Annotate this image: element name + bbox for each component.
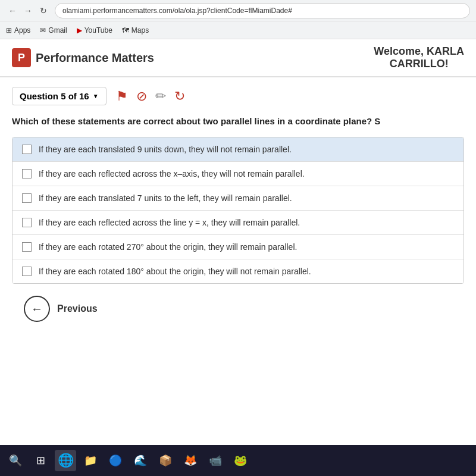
youtube-icon: ▶ — [77, 26, 82, 35]
question-nav-bar: Question 5 of 16 ⚑ ⊘ ✏ ↻ — [12, 87, 464, 105]
answer-item[interactable]: If they are each reflected across the li… — [12, 211, 464, 235]
logo-icon: P — [12, 48, 31, 67]
answer-text: If they are each reflected across the li… — [39, 218, 300, 227]
answer-text: If they are each reflected across the x–… — [39, 169, 305, 178]
previous-button[interactable]: ← — [24, 296, 50, 322]
browser-nav: ← → ↻ — [6, 4, 50, 17]
taskbar-store-icon[interactable]: 📦 — [155, 450, 176, 471]
site-header: P Performance Matters Welcome, KARLA CAR… — [0, 39, 476, 77]
address-bar[interactable]: olamiami.performancematters.com/ola/ola.… — [55, 3, 470, 18]
pencil-icon[interactable]: ✏ — [155, 89, 166, 104]
answer-text: If they are each rotated 180° about the … — [39, 267, 311, 276]
answer-checkbox[interactable] — [22, 267, 32, 276]
question-selector-label: Question 5 of 16 — [20, 91, 89, 101]
youtube-label: YouTube — [84, 26, 112, 35]
answer-text: If they are each translated 7 units to t… — [39, 193, 292, 203]
bottom-nav: ← Previous — [12, 284, 464, 334]
taskbar-video-icon[interactable]: 📹 — [205, 450, 226, 471]
taskbar-other-icon[interactable]: 🐸 — [230, 450, 251, 471]
url-text: olamiami.performancematters.com/ola/ola.… — [62, 7, 292, 15]
bookmark-apps[interactable]: ⊞ Apps — [6, 26, 30, 35]
back-button[interactable]: ← — [6, 4, 19, 17]
taskbar-edge2-icon[interactable]: 🌊 — [130, 450, 151, 471]
maps-icon: 🗺 — [122, 26, 129, 35]
answers-list: If they are each translated 9 units down… — [12, 137, 464, 284]
answer-item[interactable]: If they are each reflected across the x–… — [12, 162, 464, 186]
taskbar-firefox-icon[interactable]: 🦊 — [180, 450, 201, 471]
logo-area: P Performance Matters — [12, 48, 154, 67]
bookmark-maps[interactable]: 🗺 Maps — [122, 26, 149, 35]
welcome-text: Welcome, KARLA CARRILLO! — [374, 45, 464, 70]
taskbar: 🔍 ⊞ 🌐 📁 🔵 🌊 📦 🦊 📹 🐸 — [0, 445, 476, 476]
answer-item[interactable]: If they are each translated 7 units to t… — [12, 186, 464, 211]
maps-label: Maps — [131, 26, 149, 35]
flag-icon[interactable]: ⚑ — [116, 89, 128, 104]
gmail-label: Gmail — [48, 26, 67, 35]
answer-checkbox[interactable] — [22, 145, 32, 154]
answer-text: If they are each translated 9 units down… — [39, 145, 292, 154]
apps-label: Apps — [14, 26, 30, 35]
taskbar-edge-icon[interactable]: 🌐 — [55, 450, 76, 471]
reload-button[interactable]: ↻ — [37, 4, 50, 17]
answer-item[interactable]: If they are each rotated 270° about the … — [12, 235, 464, 259]
main-page: P Performance Matters Welcome, KARLA CAR… — [0, 39, 476, 445]
bookmark-gmail[interactable]: ✉ Gmail — [40, 26, 67, 35]
bookmarks-bar: ⊞ Apps ✉ Gmail ▶ YouTube 🗺 Maps — [0, 21, 476, 39]
question-text: Which of these statements are correct ab… — [12, 115, 464, 127]
site-title: Performance Matters — [36, 51, 154, 65]
answer-checkbox[interactable] — [22, 193, 32, 203]
taskbar-chrome-icon[interactable]: 🔵 — [105, 450, 126, 471]
answer-checkbox[interactable] — [22, 218, 32, 227]
refresh-icon[interactable]: ↻ — [174, 89, 185, 104]
answer-checkbox[interactable] — [22, 242, 32, 252]
answer-text: If they are each rotated 270° about the … — [39, 242, 297, 252]
taskbar-folder-icon[interactable]: 📁 — [80, 450, 101, 471]
question-selector[interactable]: Question 5 of 16 — [12, 87, 107, 105]
gmail-icon: ✉ — [40, 26, 46, 35]
answer-item[interactable]: If they are each translated 9 units down… — [12, 137, 464, 162]
welcome-line2: CARRILLO! — [374, 58, 464, 70]
apps-icon: ⊞ — [6, 26, 12, 35]
block-icon[interactable]: ⊘ — [136, 89, 147, 104]
toolbar-icons: ⚑ ⊘ ✏ ↻ — [116, 89, 185, 104]
taskbar-search-icon[interactable]: 🔍 — [5, 450, 26, 471]
welcome-line1: Welcome, KARLA — [374, 45, 464, 58]
bookmark-youtube[interactable]: ▶ YouTube — [77, 26, 112, 35]
answer-item[interactable]: If they are each rotated 180° about the … — [12, 259, 464, 283]
forward-button[interactable]: → — [21, 4, 35, 17]
quiz-container: Question 5 of 16 ⚑ ⊘ ✏ ↻ Which of these … — [0, 77, 476, 343]
browser-bar: ← → ↻ olamiami.performancematters.com/ol… — [0, 0, 476, 21]
answer-checkbox[interactable] — [22, 169, 32, 178]
taskbar-grid-icon[interactable]: ⊞ — [30, 450, 51, 471]
previous-label: Previous — [57, 303, 98, 314]
